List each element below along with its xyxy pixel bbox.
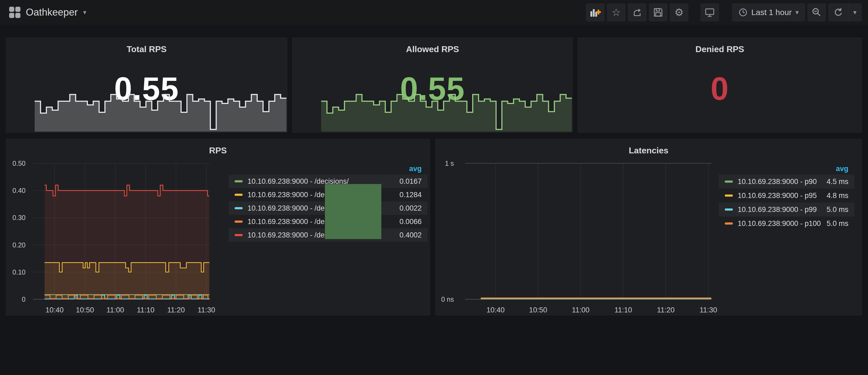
- svg-text:11:00: 11:00: [106, 306, 124, 314]
- svg-text:11:30: 11:30: [197, 306, 215, 314]
- svg-text:10:40: 10:40: [487, 306, 505, 314]
- add-panel-button[interactable]: [586, 3, 604, 21]
- series-color-dash: [235, 221, 243, 223]
- gear-icon: ⚙: [675, 7, 684, 18]
- svg-text:0.30: 0.30: [12, 214, 26, 221]
- stat-value: 0: [578, 70, 862, 107]
- legend-avg-header[interactable]: avg: [229, 163, 428, 175]
- svg-text:11:10: 11:10: [137, 306, 155, 314]
- zoom-out-button[interactable]: [808, 3, 826, 21]
- series-label: 10.10.69.238:9000 - p99: [738, 206, 827, 214]
- share-button[interactable]: [628, 3, 646, 21]
- svg-text:0.10: 0.10: [12, 268, 26, 276]
- series-avg-value: 4.5 ms: [827, 178, 848, 186]
- legend-item[interactable]: 10.10.69.238:9000 - p995.0 ms: [719, 202, 854, 217]
- series-avg-value: 0.4002: [399, 231, 422, 239]
- share-icon: [632, 7, 642, 18]
- legend-item[interactable]: 10.10.69.238:9000 - p954.8 ms: [719, 189, 854, 202]
- legend-item[interactable]: 10.10.69.238:9000 - p1005.0 ms: [719, 217, 854, 230]
- series-avg-value: 4.8 ms: [827, 191, 848, 200]
- panel-title[interactable]: Denied RPS: [578, 44, 862, 54]
- svg-text:11:20: 11:20: [657, 306, 675, 314]
- dashboard-grid-icon: [9, 7, 21, 18]
- chevron-down-icon: ▾: [83, 9, 86, 15]
- star-icon: ☆: [612, 7, 621, 18]
- time-range-label: Last 1 hour: [751, 8, 792, 17]
- panel-rps-graph: RPS 0.500.400.300.200.10010:4010:5011:00…: [6, 139, 430, 315]
- total-rps-sparkline: [35, 91, 286, 132]
- series-label: 10.10.69.238:9000 - p90: [738, 178, 827, 186]
- panel-total-rps: Total RPS 0.55: [6, 38, 287, 133]
- refresh-button[interactable]: [829, 4, 848, 21]
- legend-item[interactable]: 10.10.69.238:9000 - p904.5 ms: [719, 175, 854, 189]
- add-panel-icon: [589, 7, 601, 18]
- series-avg-value: 5.0 ms: [827, 206, 848, 214]
- latencies-legend: avg 10.10.69.238:9000 - p904.5 ms10.10.6…: [719, 163, 854, 230]
- cycle-view-button[interactable]: [701, 3, 719, 21]
- series-label: 10.10.69.238:9000 - p95: [738, 191, 827, 200]
- series-avg-value: 5.0 ms: [827, 219, 848, 228]
- refresh-button-group: ▾: [829, 3, 862, 21]
- navbar: Oathkeeper ▾ ☆ ⚙: [0, 0, 868, 25]
- svg-text:1 s: 1 s: [445, 160, 454, 167]
- series-color-dash: [725, 222, 733, 225]
- svg-text:0: 0: [22, 295, 26, 303]
- series-avg-value: 0.0066: [399, 218, 422, 226]
- monitor-icon: [704, 7, 715, 18]
- series-color-dash: [725, 209, 733, 211]
- panel-latencies-graph: Latencies 1 s0 ns10:4010:5011:0011:1011:…: [435, 139, 862, 315]
- chevron-down-icon: ▾: [853, 9, 857, 15]
- clock-icon: [739, 8, 748, 17]
- svg-text:11:20: 11:20: [167, 306, 185, 314]
- panel-denied-rps: Denied RPS 0: [578, 38, 862, 133]
- series-avg-value: 0.1284: [399, 191, 422, 199]
- refresh-icon: [834, 7, 843, 17]
- legend-rows: 10.10.69.238:9000 - p904.5 ms10.10.69.23…: [719, 175, 854, 230]
- series-avg-value: 0.0022: [399, 204, 422, 213]
- svg-text:11:10: 11:10: [614, 306, 632, 314]
- legend-avg-header[interactable]: avg: [719, 163, 854, 175]
- svg-text:0.20: 0.20: [12, 241, 26, 249]
- svg-text:10:50: 10:50: [76, 306, 94, 314]
- svg-text:0.40: 0.40: [12, 187, 26, 194]
- series-color-dash: [235, 180, 243, 182]
- dashboard-canvas: Total RPS 0.55 Allowed RPS 0.55 Denied R…: [0, 25, 868, 375]
- svg-text:11:30: 11:30: [700, 306, 717, 314]
- panel-title[interactable]: Allowed RPS: [293, 44, 572, 54]
- series-color-dash: [725, 181, 733, 183]
- svg-text:10:50: 10:50: [529, 306, 548, 314]
- refresh-interval-dropdown[interactable]: ▾: [848, 4, 861, 21]
- svg-text:0.50: 0.50: [12, 160, 26, 167]
- series-avg-value: 0.0167: [399, 177, 422, 186]
- star-button[interactable]: ☆: [607, 3, 625, 21]
- save-button[interactable]: [649, 3, 667, 21]
- svg-text:0 ns: 0 ns: [441, 295, 454, 303]
- series-color-dash: [235, 194, 243, 196]
- chevron-down-icon: ▾: [796, 9, 799, 15]
- svg-text:10:40: 10:40: [45, 306, 64, 314]
- series-color-dash: [235, 207, 243, 209]
- svg-text:11:00: 11:00: [572, 306, 590, 314]
- series-label: 10.10.69.238:9000 - p100: [738, 219, 827, 228]
- panel-title[interactable]: Total RPS: [6, 44, 287, 54]
- time-range-picker[interactable]: Last 1 hour ▾: [732, 3, 805, 21]
- allowed-rps-sparkline: [321, 91, 572, 132]
- series-color-dash: [725, 194, 733, 197]
- settings-button[interactable]: ⚙: [670, 3, 688, 21]
- panel-allowed-rps: Allowed RPS 0.55: [292, 38, 573, 133]
- dashboard-title: Oathkeeper: [26, 7, 78, 18]
- series-color-dash: [235, 234, 243, 236]
- dashboard-picker[interactable]: Oathkeeper ▾: [6, 5, 89, 20]
- legend-overlay-box: [325, 184, 381, 239]
- save-icon: [653, 7, 663, 18]
- zoom-out-icon: [812, 7, 822, 18]
